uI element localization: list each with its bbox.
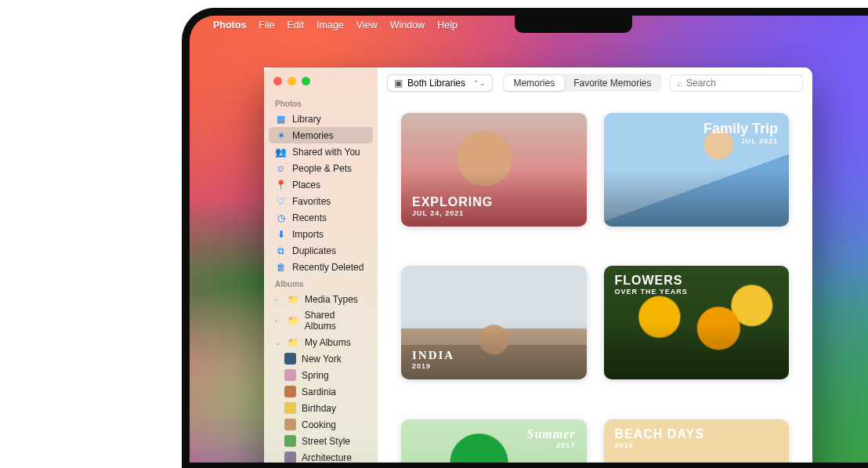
sidebar-item-label: My Albums <box>305 337 351 348</box>
card-text: Family Trip JUL 2021 <box>703 121 778 145</box>
album-thumbnail <box>284 386 296 397</box>
memory-subtitle: 2019 <box>412 362 454 370</box>
sidebar-item-label: Imports <box>292 229 324 240</box>
sidebar-item-places[interactable]: 📍 Places <box>269 176 373 193</box>
sidebar-item-memories[interactable]: ✶ Memories <box>269 127 373 143</box>
memory-subtitle: JUL 2021 <box>703 137 778 145</box>
memory-title: BEACH DAYS <box>615 427 704 441</box>
sidebar-item-label: Media Types <box>305 294 358 305</box>
memory-card[interactable]: INDIA 2019 <box>401 266 587 379</box>
card-text: Flowers OVER THE YEARS <box>615 274 688 296</box>
menubar-app-name[interactable]: Photos <box>213 20 246 31</box>
card-text: EXPLORING JUL 24, 2021 <box>412 195 493 217</box>
folder-icon: 📁 <box>288 315 299 327</box>
menu-image[interactable]: Image <box>316 20 344 31</box>
sidebar-item-imports[interactable]: ⬇ Imports <box>269 226 373 242</box>
memory-subtitle: 2017 <box>526 441 575 449</box>
album-label: Cooking <box>302 419 336 430</box>
heart-icon: ♡ <box>275 195 287 207</box>
chevron-down-icon[interactable]: ⌄ <box>275 339 282 346</box>
album-label: Street Style <box>302 436 350 447</box>
card-text: Summer 2017 <box>526 427 575 449</box>
album-cooking[interactable]: Cooking <box>269 416 373 433</box>
sidebar-item-label: Shared Albums <box>305 310 367 332</box>
fullscreen-button[interactable] <box>302 77 310 85</box>
places-icon: 📍 <box>275 179 287 190</box>
memory-card[interactable]: EXPLORING JUL 24, 2021 <box>401 113 587 227</box>
memory-title: Summer <box>526 427 575 441</box>
album-label: Architecture <box>302 452 352 463</box>
chevron-right-icon[interactable]: › <box>275 317 282 325</box>
menu-view[interactable]: View <box>356 20 378 31</box>
minimize-button[interactable] <box>288 77 296 85</box>
album-thumbnail <box>284 452 296 463</box>
menu-help[interactable]: Help <box>437 20 458 31</box>
album-architecture[interactable]: Architecture <box>269 449 373 463</box>
tab-favorite-memories[interactable]: Favorite Memories <box>564 75 660 91</box>
photos-window: Photos ▦ Library✶ Memories👥 Shared with … <box>264 67 812 463</box>
laptop-frame: Photos File Edit Image View Window Help … <box>182 8 868 468</box>
sidebar-item-library[interactable]: ▦ Library <box>269 111 373 127</box>
sidebar-item-label: Recents <box>292 212 327 223</box>
search-input[interactable] <box>686 78 804 89</box>
tab-memories[interactable]: Memories <box>504 75 564 91</box>
desktop-screen: Photos File Edit Image View Window Help … <box>190 16 868 463</box>
search-field[interactable]: ⌕ <box>670 74 803 92</box>
sidebar-item-media-types[interactable]: › 📁 Media Types <box>269 291 373 307</box>
album-thumbnail <box>284 419 296 430</box>
album-label: Spring <box>302 370 329 381</box>
album-label: Sardinia <box>302 386 336 397</box>
sidebar-item-recents[interactable]: ◷ Recents <box>269 209 373 226</box>
library-selector-label: Both Libraries <box>407 78 465 89</box>
album-new-york[interactable]: New York <box>269 350 373 367</box>
memory-card[interactable]: Flowers OVER THE YEARS <box>604 266 790 379</box>
sidebar-section-albums: Albums <box>269 275 373 291</box>
notch <box>515 16 632 33</box>
chevron-right-icon[interactable]: › <box>275 296 282 303</box>
window-controls <box>269 74 373 95</box>
sidebar-item-duplicates[interactable]: ⧉ Duplicates <box>269 242 373 259</box>
memory-card[interactable]: Family Trip JUL 2021 <box>604 113 790 227</box>
sidebar-item-recently-deleted[interactable]: 🗑 Recently Deleted <box>269 259 373 275</box>
toolbar: ▣ Both Libraries ⌃⌄ Memories Favorite Me… <box>378 67 812 99</box>
memories-grid: EXPLORING JUL 24, 2021 Family Trip JUL 2… <box>378 99 812 463</box>
album-sardinia[interactable]: Sardinia <box>269 383 373 400</box>
trash-icon: 🗑 <box>275 261 287 273</box>
shared-icon: 👥 <box>275 146 287 158</box>
memory-title: Family Trip <box>703 121 778 137</box>
memory-title: EXPLORING <box>412 195 493 209</box>
main-pane: ▣ Both Libraries ⌃⌄ Memories Favorite Me… <box>378 67 812 463</box>
photos-icon: ▦ <box>275 113 287 125</box>
folder-icon: 📁 <box>288 336 299 348</box>
sidebar-item-people-pets[interactable]: ☺ People & Pets <box>269 160 373 176</box>
libraries-icon: ▣ <box>394 78 403 89</box>
sidebar-item-my-albums[interactable]: ⌄ 📁 My Albums <box>269 334 373 350</box>
sidebar-item-favorites[interactable]: ♡ Favorites <box>269 193 373 209</box>
sidebar-item-label: Recently Deleted <box>292 262 363 273</box>
sidebar-item-shared-albums[interactable]: › 📁 Shared Albums <box>269 307 373 334</box>
memories-icon: ✶ <box>275 129 287 141</box>
album-label: Birthday <box>302 403 336 414</box>
memory-title: Flowers <box>615 274 688 288</box>
album-thumbnail <box>284 435 296 447</box>
album-spring[interactable]: Spring <box>269 367 373 383</box>
library-selector[interactable]: ▣ Both Libraries ⌃⌄ <box>387 74 493 92</box>
album-thumbnail <box>284 353 296 365</box>
sidebar: Photos ▦ Library✶ Memories👥 Shared with … <box>264 67 378 463</box>
menu-window[interactable]: Window <box>390 20 425 31</box>
memory-title: INDIA <box>412 349 454 362</box>
memory-card[interactable]: BEACH DAYS 2019 <box>604 419 790 463</box>
memory-subtitle: OVER THE YEARS <box>615 288 688 296</box>
menu-edit[interactable]: Edit <box>288 20 305 31</box>
search-icon: ⌕ <box>677 78 682 89</box>
close-button[interactable] <box>273 77 282 85</box>
duplicates-icon: ⧉ <box>275 245 287 256</box>
album-thumbnail <box>284 402 296 414</box>
album-street-style[interactable]: Street Style <box>269 433 373 449</box>
memory-card[interactable]: Summer 2017 <box>401 419 587 463</box>
memory-subtitle: 2019 <box>615 441 704 449</box>
sidebar-item-shared-with-you[interactable]: 👥 Shared with You <box>269 143 373 160</box>
menu-file[interactable]: File <box>259 20 274 31</box>
album-birthday[interactable]: Birthday <box>269 400 373 416</box>
album-label: New York <box>302 354 342 365</box>
